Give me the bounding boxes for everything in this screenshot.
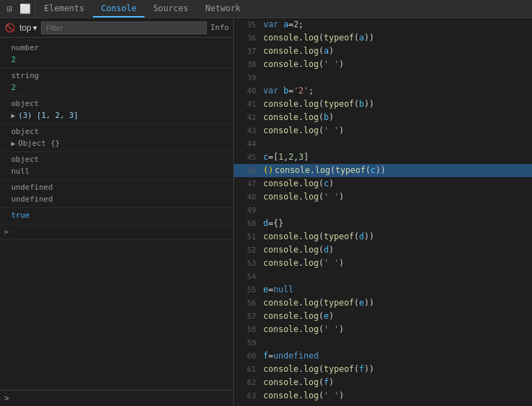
line-content: f=undefined: [263, 349, 532, 362]
console-prompt: >: [4, 393, 9, 403]
token-paren: (: [319, 126, 324, 135]
code-line: 57console.log(e): [234, 310, 532, 323]
token-fn: console: [263, 112, 299, 122]
token-paren: ): [339, 391, 343, 400]
token-method: log: [304, 364, 319, 374]
token-var-f: f: [359, 364, 364, 374]
token-paren: (: [319, 245, 324, 255]
token-var-f: f: [324, 377, 329, 387]
line-content: console.log(d): [263, 243, 532, 256]
line-number: 47: [234, 178, 263, 190]
code-line: 56console.log(typeof(e)): [234, 296, 532, 310]
info-button[interactable]: Info: [211, 23, 230, 32]
token-paren: ): [329, 179, 334, 188]
console-entry: true: [0, 208, 233, 225]
token-fn: console: [263, 46, 299, 56]
token-method: log: [304, 112, 319, 122]
line-content: console.log(c): [263, 177, 532, 190]
line-number: 60: [234, 350, 263, 363]
line-content: [263, 71, 532, 84]
line-content: console.log(typeof(c)): [274, 164, 532, 176]
line-content: console.log(typeof(a)): [263, 31, 532, 44]
token-method: log: [304, 59, 319, 69]
code-line: 48console.log(' '): [234, 190, 532, 204]
tab-console[interactable]: Console: [93, 0, 145, 17]
line-content: console.log(' '): [263, 58, 532, 70]
token-paren: )): [364, 298, 374, 308]
token-fn: console: [263, 59, 299, 69]
token-kw: undefined: [273, 351, 318, 361]
device-icon[interactable]: ⬜: [20, 3, 31, 15]
line-content: console.log(e): [263, 310, 532, 322]
line-number: 53: [234, 257, 263, 270]
expand-arrow-icon[interactable]: ▶: [11, 110, 15, 121]
expand-arrow-icon[interactable]: ▶: [11, 138, 15, 149]
clear-console-icon[interactable]: 🚫: [4, 22, 15, 33]
token-fn: console: [263, 232, 299, 241]
line-number: 38: [234, 59, 263, 71]
token-method: log: [304, 126, 319, 135]
token-str: ' ': [324, 324, 339, 334]
token-paren: (: [319, 46, 324, 56]
token-dot: .: [299, 245, 304, 255]
token-paren: ): [329, 311, 334, 321]
entry-type: object: [11, 98, 228, 110]
main-area: 🚫 top ▾ Info number2string2object▶(3) [1…: [0, 18, 532, 406]
token-dot: .: [299, 391, 304, 400]
token-paren: ): [329, 377, 334, 387]
entry-type: string: [11, 70, 228, 82]
tab-elements[interactable]: Elements: [36, 0, 93, 17]
line-content: console.log(' '): [263, 323, 532, 336]
console-output: number2string2object▶(3) [1, 2, 3]object…: [0, 38, 233, 390]
entry-type: object: [11, 154, 228, 166]
token-dot: .: [299, 126, 304, 135]
token-paren: ): [339, 324, 343, 334]
line-number: 51: [234, 231, 263, 243]
line-content: console.log(a): [263, 45, 532, 57]
line-number: 59: [234, 337, 263, 349]
token-paren: )): [376, 165, 385, 175]
entry-value: null: [11, 166, 228, 178]
line-number: 49: [234, 204, 263, 217]
tab-sources[interactable]: Sources: [145, 0, 197, 17]
token-method: log: [304, 258, 319, 268]
line-number: 44: [234, 138, 263, 151]
code-line: 36console.log(typeof(a)): [234, 31, 532, 45]
code-line: 35var a=2;: [234, 18, 532, 31]
code-line: 64: [234, 403, 532, 406]
code-line: 52console.log(d): [234, 243, 532, 257]
line-content: e=null: [263, 283, 532, 296]
token-var-a: a: [359, 33, 364, 43]
line-number: 37: [234, 45, 263, 58]
token-var-c: c: [371, 165, 376, 175]
code-line: 39: [234, 71, 532, 84]
code-line: 51console.log(typeof(d)): [234, 230, 532, 243]
token-method: log: [304, 99, 319, 109]
token-paren: ]: [304, 152, 309, 162]
token-paren: ): [329, 46, 334, 56]
code-line: 58console.log(' '): [234, 323, 532, 336]
token-var-d: d: [359, 232, 364, 241]
token-fn: console: [263, 391, 299, 400]
line-number: 42: [234, 112, 263, 124]
tab-network[interactable]: Network: [197, 0, 249, 17]
level-label: top: [20, 23, 31, 33]
entry-bool-value: true: [11, 210, 228, 222]
code-panel[interactable]: 35var a=2;36console.log(typeof(a))37cons…: [234, 18, 532, 406]
level-selector[interactable]: top ▾: [20, 23, 37, 33]
line-content: console.log(b): [263, 111, 532, 123]
line-number: 54: [234, 271, 263, 283]
inspect-icon[interactable]: ⊡: [4, 3, 15, 15]
line-content: console.log(typeof(b)): [263, 98, 532, 110]
console-entry: number2: [0, 40, 233, 68]
code-line: 45c=[1,2,3]: [234, 151, 532, 164]
filter-input[interactable]: [41, 22, 207, 34]
entry-type: object: [11, 126, 228, 138]
devtools-toolbar: ⊡ ⬜ Elements Console Sources Network: [0, 0, 532, 18]
entry-type: undefined: [11, 182, 228, 194]
token-method: log: [304, 33, 319, 43]
chevron-down-icon: ▾: [33, 23, 37, 33]
token-dot: .: [299, 298, 304, 308]
token-paren: )): [364, 232, 374, 241]
token-fn: typeof: [324, 99, 354, 109]
